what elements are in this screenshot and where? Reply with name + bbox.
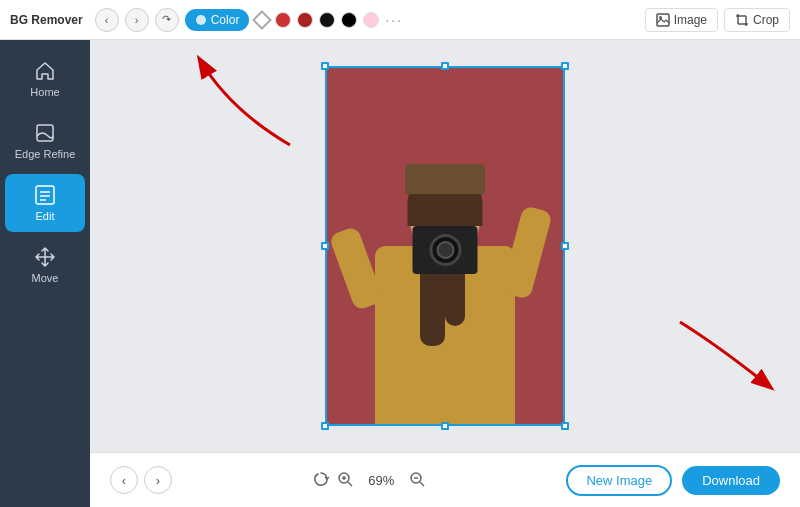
color-swatch-black1[interactable] [319,12,335,28]
arrow-to-color [170,50,300,150]
handle-bottom-left[interactable] [321,422,329,430]
hat [405,164,485,194]
zoom-in-button[interactable] [337,471,353,490]
top-bar: BG Remover ‹ › ↷ Color ··· Image Crop [0,0,800,40]
redo-button[interactable]: ↷ [155,8,179,32]
image-button[interactable]: Image [645,8,718,32]
color-button[interactable]: Color [185,9,250,31]
bottom-bar: ‹ › [90,452,800,507]
crop-icon [735,13,749,27]
zoom-controls: 69% [172,471,566,490]
camera-lens [429,234,461,266]
arrow-to-download [670,317,790,397]
zoom-level: 69% [361,473,401,488]
sidebar-label-home: Home [30,86,59,98]
app-title: BG Remover [10,13,83,27]
color-swatch-pink[interactable] [363,12,379,28]
canvas-workspace[interactable] [90,40,800,452]
camera-body [413,226,478,274]
handle-bottom-right[interactable] [561,422,569,430]
svg-line-15 [348,482,352,486]
sidebar: Home Edge Refine Edit [0,40,90,507]
handle-top-left[interactable] [321,62,329,70]
person-figure [365,126,525,426]
action-buttons: New Image Download [566,465,780,496]
handle-bottom-middle[interactable] [441,422,449,430]
rotate-icon [313,471,329,487]
diamond-icon [252,10,272,30]
forward-button[interactable]: › [125,8,149,32]
next-button[interactable]: › [144,466,172,494]
svg-rect-1 [657,14,669,26]
new-image-button[interactable]: New Image [566,465,672,496]
sidebar-label-edge-refine: Edge Refine [15,148,76,160]
image-icon [656,13,670,27]
image-background [325,66,565,426]
color-swatch-red[interactable] [275,12,291,28]
color-swatch-dark-red[interactable] [297,12,313,28]
svg-line-18 [420,482,424,486]
canvas-area: ‹ › [90,40,800,507]
zoom-out-icon [409,471,425,487]
rotate-button[interactable] [313,471,329,490]
bottom-nav: ‹ › [110,466,172,494]
camera-lens-inner [436,241,454,259]
sidebar-item-move[interactable]: Move [5,236,85,294]
edit-icon [34,184,56,206]
sidebar-label-edit: Edit [36,210,55,222]
home-icon [34,60,56,82]
color-icon [195,14,207,26]
back-button[interactable]: ‹ [95,8,119,32]
zoom-in-icon [337,471,353,487]
sidebar-item-edit[interactable]: Edit [5,174,85,232]
sidebar-item-home[interactable]: Home [5,50,85,108]
handle-top-right[interactable] [561,62,569,70]
move-icon [34,246,56,268]
prev-button[interactable]: ‹ [110,466,138,494]
svg-point-0 [196,15,206,25]
zoom-out-button[interactable] [409,471,425,490]
main-layout: Home Edge Refine Edit [0,40,800,507]
image-canvas[interactable] [325,66,565,426]
sidebar-item-edge-refine[interactable]: Edge Refine [5,112,85,170]
color-swatch-black2[interactable] [341,12,357,28]
more-button[interactable]: ··· [385,12,403,28]
sidebar-label-move: Move [32,272,59,284]
handle-middle-right[interactable] [561,242,569,250]
crop-button[interactable]: Crop [724,8,790,32]
edge-icon [34,122,56,144]
handle-middle-left[interactable] [321,242,329,250]
svg-rect-8 [36,186,54,204]
download-button[interactable]: Download [682,466,780,495]
handle-top-middle[interactable] [441,62,449,70]
svg-point-2 [659,16,662,19]
